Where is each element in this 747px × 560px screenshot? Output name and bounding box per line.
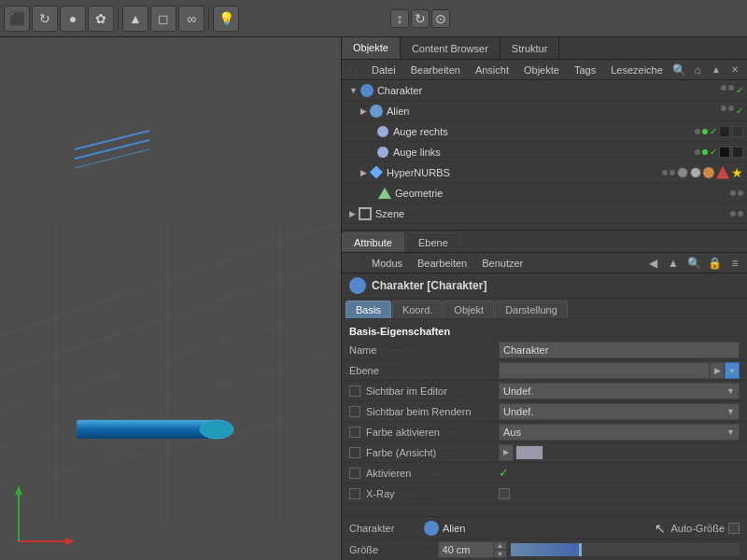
svg-point-15 bbox=[200, 420, 233, 439]
attr-forward-icon[interactable]: ▲ bbox=[665, 255, 682, 272]
tree-label-hypernurbs: HyperNURBS bbox=[387, 167, 662, 178]
attr-more-icon[interactable]: ≡ bbox=[726, 255, 743, 272]
cone-tool-btn[interactable]: ▲ bbox=[122, 6, 148, 32]
viewport-scene bbox=[0, 37, 341, 560]
rotate-nav-icon[interactable]: ↻ bbox=[411, 9, 430, 28]
tree-item-hypernurbs[interactable]: ▶ HyperNURBS ★ bbox=[342, 162, 747, 183]
3d-viewport[interactable] bbox=[0, 37, 341, 560]
infinity-tool-btn[interactable]: ∞ bbox=[178, 6, 204, 32]
search-icon[interactable]: 🔍 bbox=[670, 62, 687, 78]
zoom-icon[interactable]: ⊙ bbox=[431, 9, 450, 28]
subtab-basis[interactable]: Basis bbox=[345, 301, 391, 318]
toolbar-sep-1 bbox=[118, 7, 119, 30]
prop-sichtbar-editor-value: Undef. ▼ bbox=[499, 383, 740, 399]
aktivieren-check[interactable] bbox=[349, 468, 360, 479]
prop-aktivieren-row: Aktivieren ············ ✓ bbox=[342, 463, 747, 483]
size-slider-fill bbox=[511, 543, 580, 556]
prop-ebene-label: Ebene ····· bbox=[349, 365, 499, 376]
attr-menu-benutzer[interactable]: Benutzer bbox=[474, 256, 530, 271]
main-toolbar: ⬛ ↻ ● ✿ ▲ ◻ ∞ 💡 ↕ ↻ ⊙ bbox=[0, 0, 747, 37]
attr-menu-bearbeiten[interactable]: Bearbeiten bbox=[410, 256, 474, 271]
sichtbar-render-check[interactable] bbox=[349, 406, 360, 417]
subtab-objekt[interactable]: Objekt bbox=[444, 301, 494, 318]
flower-tool-btn[interactable]: ✿ bbox=[88, 6, 114, 32]
menu-objekte[interactable]: Objekte bbox=[516, 63, 567, 77]
tab-attribute[interactable]: Attribute bbox=[342, 232, 404, 252]
tab-content-browser[interactable]: Content Browser bbox=[401, 37, 500, 59]
menu-datei[interactable]: Datei bbox=[364, 63, 403, 77]
alien-icon bbox=[369, 104, 384, 119]
ebene-input[interactable] bbox=[499, 362, 710, 379]
prop-name-label: Name ············ bbox=[349, 344, 499, 356]
menu-lesezeiche[interactable]: Lesezeiche bbox=[603, 63, 670, 77]
main-area: Objekte Content Browser Struktur ⋮⋮ Date… bbox=[0, 37, 747, 560]
menu-tags[interactable]: Tags bbox=[567, 63, 603, 77]
farbe-arrow-btn[interactable]: ▶ bbox=[499, 444, 514, 461]
prop-sichtbar-editor-label: Sichtbar im Editor ···· bbox=[349, 385, 499, 397]
subtab-koord[interactable]: Koord. bbox=[392, 301, 443, 318]
attr-tab-bar: Attribute Ebene bbox=[342, 231, 747, 253]
cube-tool-btn[interactable]: ⬛ bbox=[4, 6, 30, 32]
prop-xray-label: X-Ray ············ bbox=[349, 488, 499, 499]
viewport-grid bbox=[0, 37, 341, 560]
attr-menu-modus[interactable]: Modus bbox=[364, 256, 410, 271]
ebene-extra-btn[interactable]: ● bbox=[725, 362, 740, 379]
tree-item-alien[interactable]: ▶ Alien ✓ bbox=[342, 101, 747, 121]
menu-grip-icon: ⋮⋮ bbox=[345, 65, 360, 74]
light-tool-btn[interactable]: 💡 bbox=[213, 6, 239, 32]
size-arrow-down[interactable]: ▼ bbox=[494, 550, 507, 558]
size-row: Größe ··· ▲ ▼ bbox=[342, 539, 747, 560]
attr-search-icon[interactable]: 🔍 bbox=[685, 255, 702, 272]
cursor-icon: ↖ bbox=[655, 521, 666, 536]
size-input[interactable] bbox=[438, 541, 494, 558]
farbe-color-swatch[interactable] bbox=[515, 445, 543, 460]
sichtbar-editor-dropdown[interactable]: Undef. ▼ bbox=[499, 383, 740, 399]
tree-item-auge-rechts[interactable]: Auge rechts ✓ bbox=[342, 121, 747, 142]
sichtbar-render-dropdown[interactable]: Undef. ▼ bbox=[499, 403, 740, 420]
char-bottom-section: Charakter Alien ↖ Auto-Größe Größe ··· bbox=[342, 516, 747, 560]
attr-lock-icon[interactable]: 🔒 bbox=[706, 255, 723, 272]
name-input[interactable] bbox=[499, 342, 740, 358]
prop-name-value bbox=[499, 342, 740, 358]
farbe-aktivieren-check[interactable] bbox=[349, 427, 360, 438]
minimize-btn[interactable]: ▲ bbox=[708, 62, 725, 78]
size-slider[interactable] bbox=[511, 543, 740, 556]
auge-links-icon bbox=[375, 145, 390, 160]
char-header-icon bbox=[349, 277, 366, 294]
home-icon[interactable]: ⌂ bbox=[689, 62, 706, 78]
tree-status-alien: ✓ bbox=[721, 105, 743, 116]
tree-item-charakter[interactable]: ▼ Charakter ✓ bbox=[342, 80, 747, 101]
move-icon[interactable]: ↕ bbox=[390, 9, 409, 28]
size-arrow-up[interactable]: ▲ bbox=[494, 541, 507, 550]
tab-struktur[interactable]: Struktur bbox=[500, 37, 560, 59]
ebene-browse-btn[interactable]: ▶ bbox=[710, 362, 725, 379]
object-tree: ▼ Charakter ✓ ▶ Alien ✓ bbox=[342, 80, 747, 230]
tree-item-szene[interactable]: ▶ Szene bbox=[342, 203, 747, 224]
plane-tool-btn[interactable]: ◻ bbox=[150, 6, 176, 32]
size-label: Größe bbox=[349, 544, 424, 555]
farbe-ansicht-check[interactable] bbox=[349, 447, 360, 458]
menu-ansicht[interactable]: Ansicht bbox=[468, 63, 516, 77]
close-btn[interactable]: ✕ bbox=[726, 62, 743, 78]
toolbar-sep-2 bbox=[208, 7, 209, 30]
tab-objekte[interactable]: Objekte bbox=[342, 37, 401, 59]
size-slider-handle bbox=[579, 543, 582, 556]
prop-xray-value bbox=[499, 488, 740, 499]
tree-arrow-hypernurbs: ▶ bbox=[360, 168, 367, 177]
attr-back-icon[interactable]: ◀ bbox=[644, 255, 661, 272]
tree-item-auge-links[interactable]: Auge links ✓ bbox=[342, 142, 747, 162]
auto-grosse-label: Auto-Größe bbox=[671, 523, 725, 534]
tab-ebene[interactable]: Ebene bbox=[406, 232, 460, 252]
tree-arrow-alien: ▶ bbox=[360, 106, 367, 116]
xray-check[interactable] bbox=[349, 488, 360, 499]
tree-item-geometrie[interactable]: Geometrie bbox=[342, 183, 747, 203]
sichtbar-editor-check[interactable] bbox=[349, 385, 360, 397]
rotate-tool-btn[interactable]: ↻ bbox=[32, 6, 58, 32]
xray-checkbox[interactable] bbox=[499, 488, 510, 499]
farbe-aktivieren-dropdown[interactable]: Aus ▼ bbox=[499, 424, 740, 441]
sphere-tool-btn[interactable]: ● bbox=[60, 6, 86, 32]
menu-bearbeiten[interactable]: Bearbeiten bbox=[403, 63, 468, 77]
prop-sichtbar-render-label: Sichtbar beim Rendern bbox=[349, 406, 499, 417]
auto-grosse-checkbox[interactable] bbox=[728, 523, 740, 534]
subtab-darstellung[interactable]: Darstellung bbox=[495, 301, 568, 318]
